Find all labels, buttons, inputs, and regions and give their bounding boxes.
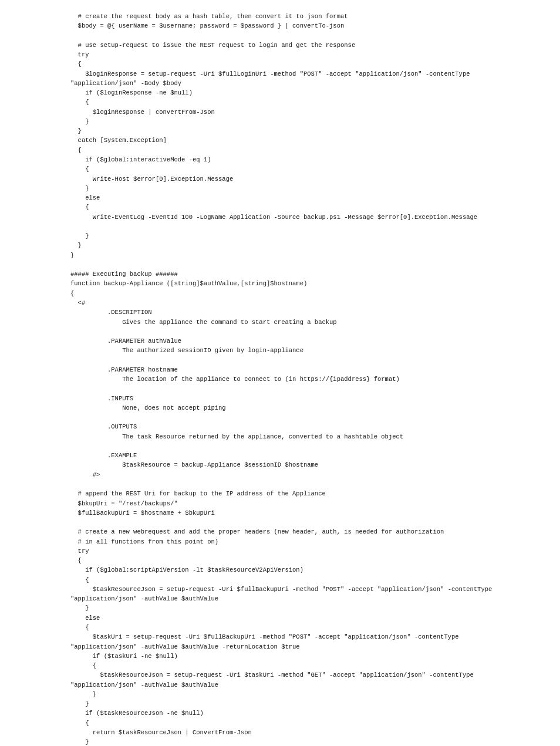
code-content: # create the request body as a hash tabl… xyxy=(70,12,525,746)
page-container: # create the request body as a hash tabl… xyxy=(0,0,560,746)
